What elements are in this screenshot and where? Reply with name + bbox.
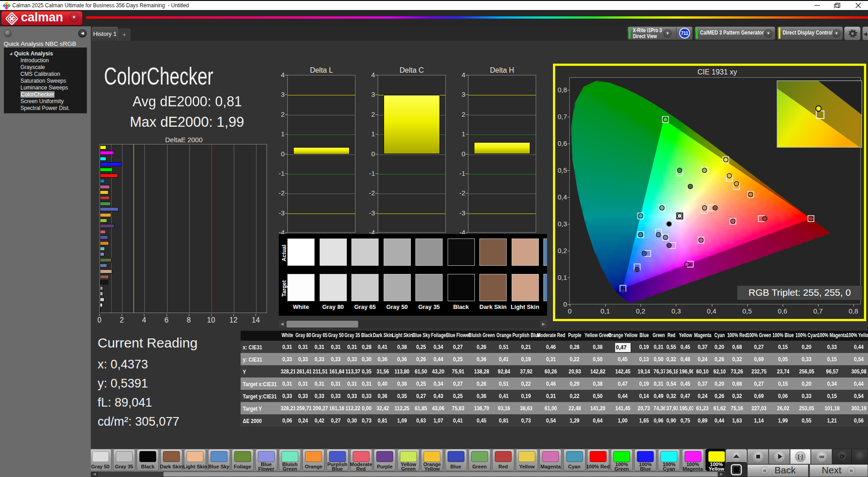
svg-text:∞: ∞ [819, 452, 824, 460]
svg-text:[·]: [·] [798, 454, 803, 459]
svg-text:⟳: ⟳ [839, 453, 845, 460]
